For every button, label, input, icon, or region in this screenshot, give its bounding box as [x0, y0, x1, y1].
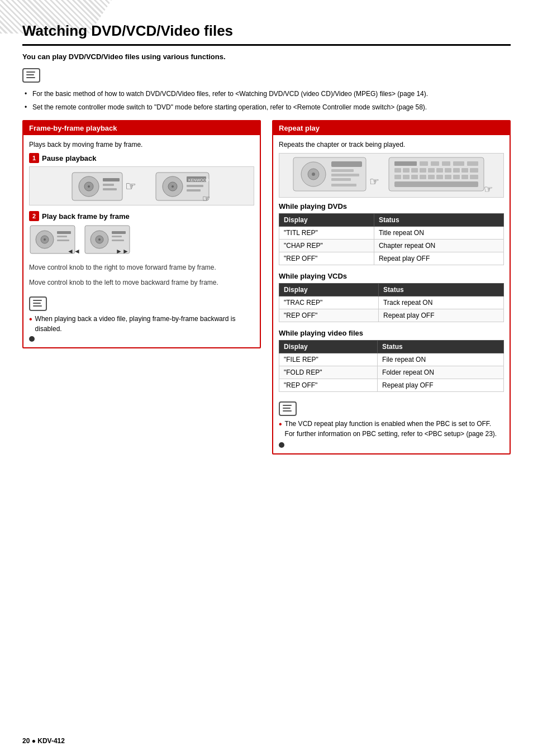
repeat-play-header: Repeat play [273, 121, 510, 135]
table-row: "REP OFF"Repeat play OFF [279, 379, 504, 392]
svg-rect-55 [436, 168, 443, 173]
svg-text:☞: ☞ [369, 175, 379, 188]
right-column: Repeat play Repeats the chapter or track… [272, 120, 511, 463]
vcd-table-head: Display Status [279, 284, 504, 296]
svg-rect-4 [103, 178, 120, 181]
dvd-table-head: Display Status [279, 214, 504, 227]
svg-rect-50 [394, 168, 401, 173]
svg-rect-67 [453, 175, 460, 179]
svg-rect-59 [470, 168, 478, 173]
status-cell: Title repeat ON [374, 227, 503, 240]
status-cell: File repeat ON [378, 353, 504, 366]
table-row: "CHAP REP"Chapter repeat ON [279, 240, 504, 252]
status-cell: Repeat play OFF [374, 252, 503, 265]
svg-rect-52 [411, 168, 418, 173]
repeat-play-section: Repeat play Repeats the chapter or track… [272, 120, 511, 454]
svg-rect-60 [394, 175, 401, 179]
svg-rect-30 [112, 236, 122, 237]
step2-title: 2 Play back frame by frame [29, 211, 254, 221]
step2-label: 2 [29, 211, 39, 221]
page-footer: 20 ● KDV-412 [22, 737, 65, 745]
svg-rect-23 [57, 240, 69, 241]
table-row: "TITL REP"Title repeat ON [279, 227, 504, 240]
page-title: Watching DVD/VCD/Video files [22, 22, 511, 46]
bullet-decoration [29, 336, 35, 342]
svg-rect-14 [187, 185, 203, 187]
svg-rect-64 [428, 175, 435, 179]
svg-rect-61 [403, 175, 410, 179]
svg-point-36 [312, 173, 315, 176]
display-cell: "TITL REP" [279, 227, 374, 240]
status-cell: Repeat play OFF [378, 379, 504, 392]
vcd-table: Display Status "TRAC REP"Track repeat ON… [279, 283, 504, 322]
svg-point-20 [44, 238, 46, 241]
step2-svg: ◄◄ ►► [29, 224, 132, 258]
step2-device-illustration: ◄◄ ►► [29, 224, 254, 258]
repeat-svg: ☞ [291, 155, 492, 197]
step1-svg: ☞ KENWOOD ☞ [69, 168, 215, 204]
repeat-note-1-dot: • [279, 420, 282, 429]
status-cell: Track repeat ON [379, 296, 504, 309]
svg-rect-45 [420, 161, 428, 166]
video-table-body: "FILE REP"File repeat ON"FOLD REP"Folder… [279, 353, 504, 392]
svg-rect-66 [445, 175, 451, 179]
video-table: Display Status "FILE REP"File repeat ON"… [279, 340, 504, 392]
dvd-table: Display Status "TITL REP"Title repeat ON… [279, 213, 504, 265]
svg-rect-58 [461, 168, 468, 173]
display-cell: "REP OFF" [279, 252, 374, 265]
table-row: "FILE REP"File repeat ON [279, 353, 504, 366]
vcd-col2-header: Status [379, 284, 504, 296]
status-cell: Chapter repeat ON [374, 240, 503, 252]
svg-text:◄◄: ◄◄ [67, 247, 80, 255]
left-column: Frame-by-frame playback Plays back by mo… [22, 120, 261, 463]
display-cell: "CHAP REP" [279, 240, 374, 252]
svg-point-28 [98, 238, 101, 241]
table-row: "TRAC REP"Track repeat ON [279, 296, 504, 309]
display-cell: "TRAC REP" [279, 296, 379, 309]
svg-rect-65 [436, 175, 443, 179]
step-text-2: Move control knob to the left to move ba… [29, 277, 254, 288]
table-row: "FOLD REP"Folder repeat ON [279, 366, 504, 379]
frame-by-frame-section: Frame-by-frame playback Plays back by mo… [22, 120, 261, 348]
two-column-layout: Frame-by-frame playback Plays back by mo… [22, 120, 511, 463]
status-cell: Repeat play OFF [379, 309, 504, 322]
svg-text:☞: ☞ [202, 194, 210, 203]
svg-rect-56 [445, 168, 451, 173]
repeat-note-1: • The VCD repeat play function is enable… [279, 419, 504, 439]
step1-label: 1 [29, 153, 39, 163]
svg-rect-69 [470, 175, 478, 179]
svg-point-11 [172, 185, 174, 188]
frame-by-frame-header: Frame-by-frame playback [23, 121, 260, 135]
svg-rect-15 [187, 189, 201, 192]
display-cell: "REP OFF" [279, 309, 379, 322]
repeat-device-illustration: ☞ [279, 153, 504, 198]
video-col1-header: Display [279, 341, 378, 353]
display-cell: "FOLD REP" [279, 366, 378, 379]
dvd-col2-header: Status [374, 214, 503, 227]
svg-text:►►: ►► [116, 247, 129, 255]
step-text-1: Move control knob to the right to move f… [29, 262, 254, 273]
svg-rect-29 [112, 231, 126, 234]
vcd-table-body: "TRAC REP"Track repeat ON"REP OFF"Repeat… [279, 296, 504, 322]
step1-title: 1 Pause playback [29, 153, 254, 163]
svg-rect-49 [467, 161, 478, 166]
svg-rect-53 [420, 168, 426, 173]
note-dot: • [29, 315, 32, 324]
display-cell: "FILE REP" [279, 353, 378, 366]
svg-rect-37 [331, 161, 362, 167]
step1-title-text: Pause playback [42, 154, 97, 162]
svg-rect-38 [331, 169, 354, 172]
note-icon-repeat [279, 399, 504, 419]
svg-text:☞: ☞ [484, 184, 492, 195]
step1-device-illustration: ☞ KENWOOD ☞ [29, 166, 254, 205]
frame-by-frame-desc: Plays back by moving frame by frame. [29, 141, 254, 149]
svg-text:KENWOOD: KENWOOD [188, 178, 209, 182]
svg-rect-63 [420, 175, 426, 179]
svg-rect-57 [453, 168, 460, 173]
svg-rect-70 [394, 181, 478, 187]
page-container: Watching DVD/VCD/Video files You can pla… [0, 0, 533, 756]
svg-rect-54 [428, 168, 435, 173]
svg-rect-31 [112, 240, 124, 241]
dvd-col1-header: Display [279, 214, 374, 227]
svg-rect-62 [411, 175, 418, 179]
